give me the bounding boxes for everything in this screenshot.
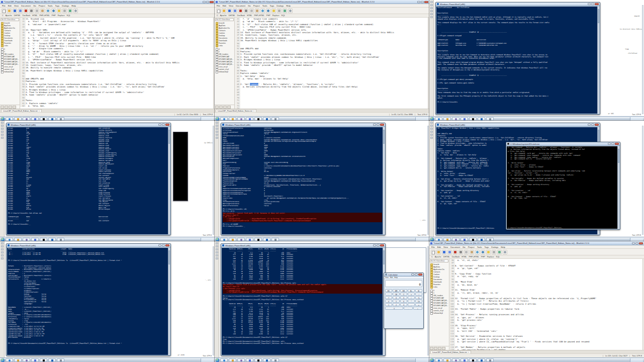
start-button[interactable] bbox=[1, 358, 5, 362]
cmd-icon[interactable] bbox=[469, 238, 477, 241]
filebrowser-mode-icons[interactable] bbox=[0, 105, 20, 109]
save-icon[interactable] bbox=[227, 9, 232, 13]
quickbar-tab[interactable]: C bbox=[431, 256, 433, 258]
open-icon[interactable] bbox=[7, 9, 12, 13]
powershell-console-output[interactable]: ResolvedCommand : Get-ChildItemDescripti… bbox=[436, 7, 599, 114]
calc-key-=[interactable]: = bbox=[415, 303, 422, 306]
powershell-icon[interactable] bbox=[263, 358, 270, 362]
filebrowser-mode-icons[interactable] bbox=[429, 346, 449, 350]
menu-item[interactable]: Go bbox=[463, 246, 466, 248]
close-button[interactable] bbox=[595, 124, 599, 126]
cut-icon[interactable] bbox=[29, 9, 34, 13]
windows-explorer-icon[interactable] bbox=[14, 117, 22, 121]
powershell-titlebar[interactable]: Windows PowerShell (x86) bbox=[7, 244, 170, 247]
internet-explorer-icon[interactable] bbox=[220, 117, 228, 121]
media-player-icon[interactable] bbox=[452, 238, 459, 241]
media-player-icon[interactable] bbox=[23, 238, 30, 241]
quickbar-tab[interactable]: Replace bbox=[487, 256, 494, 258]
save-as-icon[interactable] bbox=[233, 9, 237, 13]
menu-item[interactable]: Dialogs bbox=[277, 5, 284, 7]
system-tray[interactable] bbox=[201, 358, 214, 362]
find-icon[interactable] bbox=[46, 9, 50, 13]
powershell-icon[interactable] bbox=[478, 358, 485, 362]
media-player-icon[interactable] bbox=[237, 358, 245, 362]
powershell-icon[interactable] bbox=[478, 238, 485, 241]
calc-key-M+[interactable]: M+ bbox=[408, 289, 415, 292]
bluefish-icon[interactable] bbox=[246, 238, 253, 241]
media-player-icon[interactable] bbox=[23, 117, 30, 121]
start-button[interactable] bbox=[216, 117, 219, 121]
quickbar-tab[interactable]: DHTML bbox=[443, 256, 450, 258]
undo-icon[interactable] bbox=[486, 250, 491, 254]
powershell-titlebar[interactable]: Windows PowerShell (x86) bbox=[436, 123, 600, 127]
powershell-console-output[interactable]: ModeLastWriteTimeLengthName-------------… bbox=[7, 248, 170, 355]
quickbar-tab[interactable]: DHTML bbox=[14, 15, 21, 17]
start-button[interactable] bbox=[430, 238, 434, 241]
cmd-icon[interactable] bbox=[469, 117, 477, 121]
system-tray[interactable] bbox=[630, 358, 643, 362]
menu-item[interactable]: Go bbox=[248, 5, 251, 7]
editor-area[interactable]: 41 f. '#' - Single-line comments42 g. '<… bbox=[235, 18, 429, 109]
refresh-icon[interactable] bbox=[73, 9, 78, 13]
undo-icon[interactable] bbox=[271, 9, 276, 13]
start-button[interactable] bbox=[216, 238, 219, 241]
bluefish-titlebar[interactable]: *LinuxCBT_PowerShell_Edition_Notes.txt (… bbox=[0, 0, 215, 4]
cmd-window[interactable]: C:\Windows\system32\cmd.exe 2. 'Get-Comm… bbox=[506, 142, 620, 230]
windows-explorer-icon[interactable] bbox=[229, 117, 236, 121]
close-button[interactable] bbox=[380, 244, 384, 246]
menu-item[interactable]: Document bbox=[450, 246, 460, 248]
menu-item[interactable]: Tools bbox=[48, 5, 53, 7]
powershell-icon[interactable] bbox=[48, 358, 56, 362]
quickbar-tab[interactable]: SQL bbox=[496, 256, 500, 258]
menu-item[interactable]: Dialogs bbox=[491, 246, 498, 248]
quickbar-tab[interactable]: DocBook bbox=[23, 15, 30, 17]
redo-icon[interactable] bbox=[492, 250, 496, 254]
minimize-button[interactable] bbox=[417, 1, 420, 3]
find-icon[interactable] bbox=[260, 9, 265, 13]
quickbar-tab[interactable]: DHTML bbox=[229, 15, 235, 17]
new-icon[interactable] bbox=[431, 250, 435, 254]
menu-item[interactable]: Tools bbox=[262, 5, 267, 7]
menu-item[interactable]: Dialogs bbox=[62, 5, 69, 7]
menu-item[interactable]: File bbox=[431, 246, 435, 248]
cmd-icon[interactable] bbox=[40, 238, 47, 241]
editor-area[interactable]: 86 a. 'sl, cd, chdir'87888. 'Get-Content… bbox=[449, 259, 644, 350]
menu-item[interactable]: View bbox=[229, 5, 233, 7]
close-button[interactable] bbox=[615, 143, 619, 145]
new-icon[interactable] bbox=[216, 9, 221, 13]
console-scrollbar[interactable] bbox=[168, 127, 170, 234]
menu-item[interactable]: Help bbox=[71, 5, 76, 7]
tree-item[interactable]: Links bbox=[216, 45, 234, 47]
calculator-icon[interactable] bbox=[57, 238, 64, 241]
menu-item[interactable]: Document bbox=[21, 5, 31, 7]
windows-explorer-icon[interactable] bbox=[229, 358, 236, 362]
menu-item[interactable]: Edit bbox=[437, 246, 441, 248]
quickbar-tab[interactable]: Apache bbox=[435, 256, 441, 258]
powershell-icon[interactable] bbox=[263, 117, 270, 121]
calculator-icon[interactable] bbox=[486, 238, 494, 241]
windows-explorer-icon[interactable] bbox=[14, 358, 22, 362]
quickbar-tab[interactable]: PHP+HTML bbox=[39, 15, 49, 17]
minimize-button[interactable] bbox=[608, 143, 611, 145]
paste-icon[interactable] bbox=[40, 9, 45, 13]
close-button[interactable] bbox=[639, 242, 643, 244]
menu-item[interactable]: Help bbox=[394, 277, 398, 279]
preview-icon[interactable] bbox=[497, 250, 502, 254]
minimize-button[interactable] bbox=[588, 3, 591, 5]
calc-key-7[interactable]: 7 bbox=[385, 296, 392, 299]
menu-item[interactable]: View bbox=[14, 5, 19, 7]
redo-icon[interactable] bbox=[62, 9, 67, 13]
tree-item[interactable]: Links bbox=[1, 45, 20, 47]
calc-key-√[interactable]: √ bbox=[415, 293, 422, 296]
cmd-console-output[interactable]: 2. 'Get-Command' - Returns ALL: 'cmdlets… bbox=[507, 146, 619, 229]
system-tray[interactable] bbox=[415, 358, 428, 362]
maximize-button[interactable] bbox=[377, 124, 380, 126]
calc-key-M-[interactable]: M- bbox=[415, 289, 422, 292]
quickbar-tab[interactable]: PHP+HTML bbox=[469, 256, 479, 258]
copy-icon[interactable] bbox=[249, 9, 254, 13]
console-scrollbar[interactable] bbox=[617, 146, 619, 229]
windows-explorer-icon[interactable] bbox=[14, 238, 22, 241]
windows-explorer-icon[interactable] bbox=[229, 238, 236, 241]
system-tray[interactable] bbox=[201, 238, 214, 241]
quickbar-tab[interactable]: SQL bbox=[282, 15, 286, 17]
